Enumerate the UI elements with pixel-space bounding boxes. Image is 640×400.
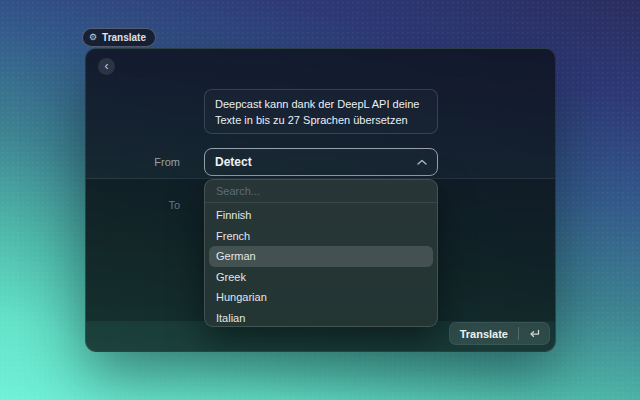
dropdown-search-input[interactable]: [205, 180, 437, 203]
gear-icon: ⚙: [89, 33, 97, 42]
chevron-left-icon: ‹: [105, 60, 109, 72]
translate-app-badge[interactable]: ⚙ Translate: [82, 28, 156, 47]
translate-window: ‹ Deepcast kann dank der DeepL API deine…: [85, 48, 556, 352]
dropdown-item-hungarian[interactable]: Hungarian: [209, 287, 433, 308]
badge-label: Translate: [102, 32, 146, 43]
language-dropdown-panel: Finnish French German Greek Hungarian It…: [204, 179, 438, 327]
translate-button-label: Translate: [450, 328, 518, 340]
dropdown-item-german[interactable]: German: [209, 246, 433, 267]
dropdown-item-italian[interactable]: Italian: [209, 308, 433, 328]
dropdown-item-greek[interactable]: Greek: [209, 267, 433, 288]
back-button[interactable]: ‹: [98, 58, 115, 75]
dropdown-item-french[interactable]: French: [209, 226, 433, 247]
translate-button[interactable]: Translate: [449, 322, 550, 345]
from-language-select[interactable]: Detect: [204, 148, 438, 176]
enter-key-icon: [519, 329, 549, 339]
dropdown-list: Finnish French German Greek Hungarian It…: [205, 203, 437, 327]
from-label: From: [86, 156, 196, 168]
chevron-up-icon: [417, 159, 427, 165]
to-label: To: [86, 199, 196, 211]
from-select-value: Detect: [215, 155, 252, 169]
source-text-input[interactable]: Deepcast kann dank der DeepL API deine T…: [204, 89, 438, 134]
dropdown-item-finnish[interactable]: Finnish: [209, 205, 433, 226]
